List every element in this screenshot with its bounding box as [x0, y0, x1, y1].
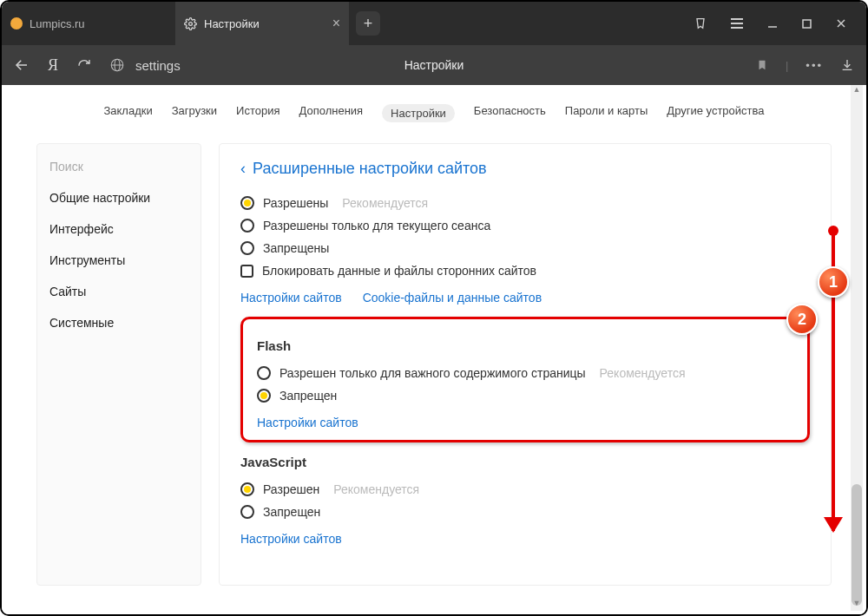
download-icon[interactable]: [840, 58, 854, 72]
svg-point-0: [189, 22, 193, 25]
opt-label: Блокировать данные и файлы сторонних сай…: [262, 264, 536, 278]
new-tab-button[interactable]: +: [356, 11, 380, 36]
back-icon[interactable]: [14, 57, 30, 73]
recommended-label: Рекомендуется: [333, 482, 419, 496]
omnibox[interactable]: settings: [109, 57, 181, 73]
radio-cookies-allowed[interactable]: [240, 196, 254, 210]
radio-cookies-blocked[interactable]: [240, 241, 254, 255]
sidebar-item-general[interactable]: Общие настройки: [37, 182, 201, 213]
radio-flash-important[interactable]: [257, 366, 271, 380]
close-icon[interactable]: ×: [332, 16, 340, 31]
section-cookies: РазрешеныРекомендуется Разрешены только …: [240, 192, 810, 305]
link-cookie-data[interactable]: Cookie-файлы и данные сайтов: [363, 291, 542, 305]
address-right: | •••: [756, 58, 854, 72]
topnav-passwords[interactable]: Пароли и карты: [565, 104, 648, 122]
opt-label: Запрещены: [263, 241, 329, 255]
opt-label: Разрешен: [263, 482, 319, 496]
opt-label: Запрещен: [279, 389, 337, 403]
reload-icon[interactable]: [76, 57, 92, 73]
close-button[interactable]: [835, 17, 847, 29]
recommended-label: Рекомендуется: [600, 366, 686, 380]
scrollbar-thumb[interactable]: [852, 484, 862, 606]
svg-rect-5: [803, 20, 811, 28]
topnav-bookmarks[interactable]: Закладки: [103, 104, 152, 122]
app-window: Lumpics.ru Настройки × + Я settings Наст…: [0, 0, 868, 616]
section-javascript: JavaScript РазрешенРекомендуется Запреще…: [240, 455, 810, 546]
scroll-down-icon[interactable]: ▼: [851, 599, 863, 611]
checkbox-block-3rdparty[interactable]: [240, 265, 253, 278]
section-title-js: JavaScript: [240, 455, 810, 469]
opt-label: Разрешены: [263, 196, 328, 210]
topnav-downloads[interactable]: Загрузки: [172, 104, 217, 122]
page-heading: Расширенные настройки сайтов: [253, 160, 487, 178]
reader-icon[interactable]: [694, 16, 707, 30]
radio-flash-blocked[interactable]: [257, 389, 271, 403]
minimize-button[interactable]: [766, 17, 779, 29]
more-icon[interactable]: •••: [806, 59, 823, 72]
recommended-label: Рекомендуется: [342, 196, 428, 210]
topnav-addons[interactable]: Дополнения: [299, 104, 363, 122]
maximize-button[interactable]: [801, 18, 812, 29]
radio-js-allowed[interactable]: [240, 482, 254, 496]
vertical-scrollbar[interactable]: ▲ ▼: [851, 85, 863, 611]
tab-label: Lumpics.ru: [30, 17, 85, 30]
content-area: Закладки Загрузки История Дополнения Нас…: [2, 85, 866, 614]
window-controls: [694, 16, 866, 30]
page-title: Настройки: [404, 58, 464, 72]
sidebar-item-system[interactable]: Системные: [37, 307, 201, 338]
gear-icon: [184, 17, 197, 30]
section-flash-highlight: 2 Flash Разрешен только для важного соде…: [240, 317, 810, 442]
back-heading[interactable]: ‹ Расширенные настройки сайтов: [240, 160, 810, 178]
divider: |: [786, 59, 788, 72]
annotation-badge-2: 2: [786, 304, 818, 335]
opt-label: Запрещен: [263, 505, 320, 519]
yandex-logo-icon[interactable]: Я: [45, 57, 61, 73]
favicon-icon: [10, 17, 23, 29]
sidebar-item-interface[interactable]: Интерфейс: [37, 213, 201, 245]
address-bar: Я settings Настройки | •••: [2, 45, 866, 85]
topnav-settings[interactable]: Настройки: [382, 104, 455, 122]
topnav-history[interactable]: История: [236, 104, 279, 122]
section-title-flash: Flash: [257, 338, 793, 353]
tab-lumpics[interactable]: Lumpics.ru: [2, 2, 175, 45]
tab-settings[interactable]: Настройки ×: [175, 2, 349, 45]
opt-label: Разрешен только для важного содержимого …: [279, 366, 586, 380]
sidebar-item-sites[interactable]: Сайты: [37, 276, 201, 307]
link-site-settings[interactable]: Настройки сайтов: [240, 291, 342, 305]
main-panel: ‹ Расширенные настройки сайтов Разрешены…: [219, 143, 832, 586]
topnav-security[interactable]: Безопасность: [474, 104, 546, 122]
radio-cookies-session[interactable]: [240, 219, 254, 233]
sidebar-item-tools[interactable]: Инструменты: [37, 245, 201, 276]
sidebar: Поиск Общие настройки Интерфейс Инструме…: [36, 143, 201, 586]
globe-icon: [109, 57, 125, 73]
top-nav: Закладки Загрузки История Дополнения Нас…: [36, 104, 832, 122]
address-text: settings: [135, 58, 181, 73]
annotation-badge-1: 1: [818, 266, 849, 298]
titlebar: Lumpics.ru Настройки × +: [2, 2, 866, 45]
link-site-settings[interactable]: Настройки сайтов: [240, 532, 342, 546]
radio-js-blocked[interactable]: [240, 505, 254, 519]
bookmark-icon[interactable]: [756, 58, 768, 72]
opt-label: Разрешены только для текущего сеанса: [263, 219, 490, 233]
search-input[interactable]: Поиск: [37, 151, 201, 182]
scroll-up-icon[interactable]: ▲: [851, 85, 863, 97]
menu-icon[interactable]: [730, 17, 744, 29]
link-site-settings[interactable]: Настройки сайтов: [257, 416, 358, 429]
tab-label: Настройки: [204, 17, 260, 30]
chevron-left-icon: ‹: [240, 160, 246, 178]
topnav-devices[interactable]: Другие устройства: [667, 104, 764, 122]
